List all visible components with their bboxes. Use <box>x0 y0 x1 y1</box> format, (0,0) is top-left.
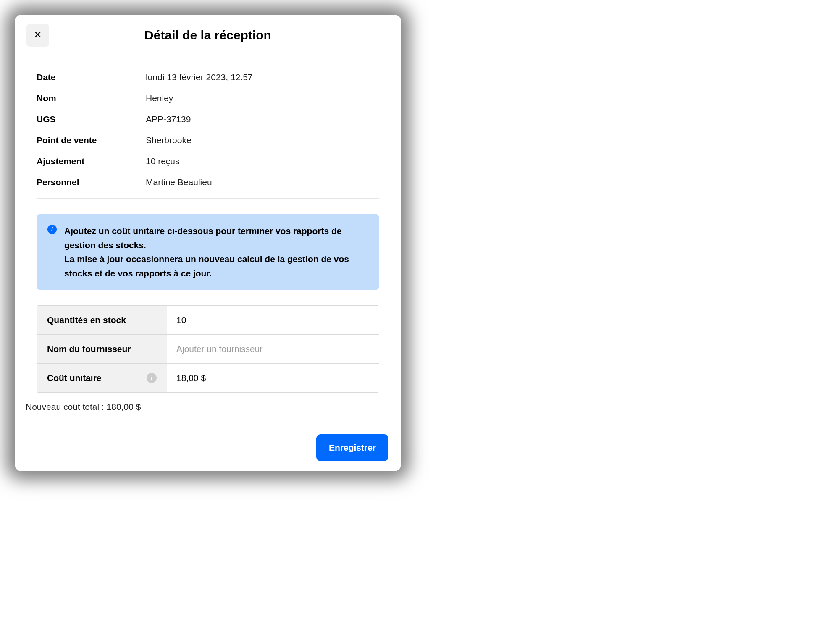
detail-label: Personnel <box>37 177 146 187</box>
unit-cost-label: Coût unitaire <box>47 373 102 383</box>
modal-footer: Enregistrer <box>15 424 401 471</box>
detail-row-sku: UGS APP-37139 <box>37 114 379 124</box>
info-icon: i <box>47 225 57 234</box>
detail-row-name: Nom Henley <box>37 93 379 103</box>
stock-input[interactable] <box>167 306 379 334</box>
detail-value: lundi 13 février 2023, 12:57 <box>146 72 253 82</box>
form-table: Quantités en stock Nom du fournisseur Co… <box>37 305 379 393</box>
reception-detail-modal: Détail de la réception Date lundi 13 fév… <box>15 15 401 471</box>
detail-value: 10 reçus <box>146 156 180 166</box>
detail-row-adjustment: Ajustement 10 reçus <box>37 156 379 166</box>
new-total-cost: Nouveau coût total : 180,00 $ <box>26 402 379 412</box>
info-banner: i Ajoutez un coût unitaire ci-dessous po… <box>37 214 379 290</box>
unit-cost-input[interactable] <box>167 364 379 392</box>
detail-value: Henley <box>146 93 173 103</box>
form-label-cell: Quantités en stock <box>37 306 167 334</box>
form-label-cell: Nom du fournisseur <box>37 335 167 363</box>
detail-row-date: Date lundi 13 février 2023, 12:57 <box>37 72 379 82</box>
detail-label: UGS <box>37 114 146 124</box>
detail-label: Date <box>37 72 146 82</box>
form-label-cell: Coût unitaire i <box>37 364 167 392</box>
modal-header: Détail de la réception <box>15 15 401 56</box>
form-input-cell <box>167 364 379 392</box>
detail-row-staff: Personnel Martine Beaulieu <box>37 177 379 187</box>
vendor-label: Nom du fournisseur <box>47 344 131 354</box>
detail-row-location: Point de vente Sherbrooke <box>37 135 379 145</box>
detail-label: Nom <box>37 93 146 103</box>
info-text: Ajoutez un coût unitaire ci-dessous pour… <box>64 224 368 280</box>
detail-value: Sherbrooke <box>146 135 192 145</box>
form-row-stock: Quantités en stock <box>37 306 379 335</box>
modal-body: Date lundi 13 février 2023, 12:57 Nom He… <box>15 56 401 424</box>
save-button[interactable]: Enregistrer <box>316 434 388 461</box>
form-input-cell <box>167 335 379 363</box>
divider <box>37 198 379 199</box>
form-input-cell <box>167 306 379 334</box>
modal-title: Détail de la réception <box>49 28 367 42</box>
detail-label: Ajustement <box>37 156 146 166</box>
close-button[interactable] <box>26 24 49 47</box>
help-icon[interactable]: i <box>147 373 157 383</box>
detail-value: Martine Beaulieu <box>146 177 212 187</box>
form-row-vendor: Nom du fournisseur <box>37 335 379 364</box>
form-row-unit-cost: Coût unitaire i <box>37 364 379 392</box>
vendor-input[interactable] <box>167 335 379 363</box>
detail-label: Point de vente <box>37 135 146 145</box>
stock-label: Quantités en stock <box>47 315 126 325</box>
detail-value: APP-37139 <box>146 114 191 124</box>
close-icon <box>34 29 42 41</box>
